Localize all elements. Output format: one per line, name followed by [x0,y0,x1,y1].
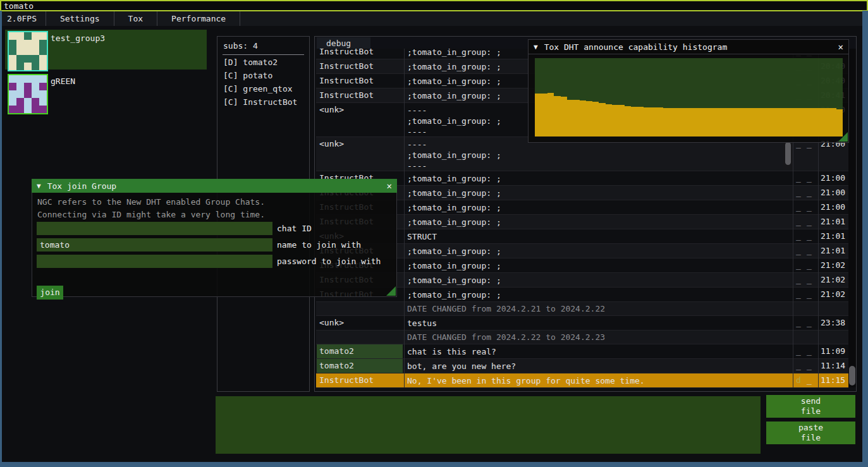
message-text: ;tomato_in_group: ; [407,258,790,272]
avatar-pixel [32,63,39,70]
dht-histogram-body [528,54,849,143]
message-status-flag-2: _ [807,318,812,327]
avatar-pixel [32,75,39,83]
chat-row[interactable]: InstructBotNo, I've been in this group f… [316,373,848,388]
histogram-bar [810,108,817,136]
group-row-test_group3[interactable]: test_group3 [5,30,207,70]
member-item[interactable]: [C] potato [223,71,272,84]
member-item[interactable]: [D] tomato2 [223,58,278,71]
window-titlebar[interactable]: tomato [0,0,868,11]
message-scrollbar-handle[interactable] [785,142,791,165]
member-item[interactable]: [C] InstructBot [223,97,297,111]
join-group-body: NGC refers to the New DHT enabled Group … [32,193,397,297]
message-status-flag-1: _ [796,202,801,212]
histogram-bar [682,108,688,136]
avatar-pixel [24,98,32,106]
histogram-bar [766,108,772,136]
close-icon[interactable]: ✕ [838,42,843,52]
avatar-pixel [9,55,16,63]
avatar-pixel [24,32,32,40]
message-status-flag-2: _ [807,346,812,356]
chat-row[interactable]: DATE CHANGED from 2024.2.21 to 2024.2.22 [316,302,848,316]
join-name-input[interactable] [37,238,272,252]
histogram-bar [612,105,618,136]
avatar-pixel [9,75,16,83]
avatar-pixel [9,90,16,98]
message-text: STRUCT [407,229,790,243]
group-row-gREEN[interactable]: gREEN [5,73,207,112]
window-frame-right [862,11,868,467]
avatar-pixel [39,63,47,70]
group-avatar [8,31,48,71]
window-frame-left [0,11,2,467]
close-icon[interactable]: ✕ [387,181,392,191]
chat-id-input[interactable] [37,222,272,235]
join-password-input[interactable] [37,255,272,268]
collapse-arrow-icon[interactable]: ▼ [534,43,538,51]
histogram-bar [567,100,573,136]
group-name-label: gREEN [51,76,75,86]
histogram-bar [657,107,663,136]
histogram-bar [606,104,612,136]
join-group-titlebar[interactable]: ▼ Tox join Group ✕ [32,179,397,193]
histogram-bar [747,108,753,136]
histogram-bar [644,107,650,136]
chat-row[interactable]: <unk>testus__23:38 [316,316,848,331]
message-status-flag-2: _ [807,275,812,284]
avatar-pixel [16,47,24,55]
avatar-pixel [16,106,24,113]
column-divider[interactable] [404,45,405,387]
histogram-bar [535,94,541,136]
chat-scrollbar-handle[interactable] [849,366,855,385]
dht-histogram-titlebar[interactable]: ▼ Tox DHT announce capability histogram … [528,39,849,54]
menu-item-performance[interactable]: Performance [157,11,240,26]
paste-file-button[interactable]: pastefile [766,422,855,444]
message-status-flag-1: _ [796,231,801,241]
dht-histogram-plot[interactable] [535,58,843,136]
sender-name: InstructBot [317,88,403,102]
message-status-flag-1: d [796,375,801,385]
menu-item-2-0fps[interactable]: 2.0FPS [2,11,46,26]
message-text: ;tomato_in_group: ; [407,200,790,214]
date-changed-label: DATE CHANGED from 2024.2.21 to 2024.2.22 [407,302,790,315]
tab-debug[interactable]: debug [317,37,370,49]
message-timestamp: 21:00 [821,188,845,197]
message-timestamp: 21:02 [821,260,845,270]
member-item[interactable]: [C] green_qtox [223,84,293,97]
group-avatar [8,74,48,114]
avatar-pixel [24,75,32,83]
message-timestamp: 21:00 [821,173,845,183]
message-input[interactable] [216,396,761,454]
sender-name: <unk> [317,316,403,330]
chat-row[interactable]: DATE CHANGED from 2024.2.22 to 2024.2.23 [316,331,848,344]
avatar-pixel [16,55,24,63]
histogram-bar [651,107,657,136]
join-password-label: password to join with [277,257,381,266]
collapse-arrow-icon[interactable]: ▼ [37,182,41,190]
message-status-flag-2: _ [807,260,812,270]
menu-item-tox[interactable]: Tox [114,11,157,26]
send-file-button[interactable]: sendfile [766,395,855,418]
sender-name: <unk> [317,103,403,136]
message-status-flag-1: _ [796,346,801,356]
join-button[interactable]: join [37,286,63,300]
message-timestamp: 21:02 [821,289,845,299]
message-timestamp: 21:01 [821,217,845,226]
message-status-flag-1: _ [796,246,801,255]
resize-grip[interactable] [386,286,396,296]
message-timestamp: 21:00 [821,202,845,212]
avatar-pixel [16,63,24,70]
menu-item-settings[interactable]: Settings [46,11,114,26]
histogram-bar [580,100,586,136]
histogram-bar [669,108,676,136]
chat-scrollbar-track[interactable] [848,45,856,387]
avatar-pixel [39,83,47,90]
avatar-pixel [39,90,47,98]
message-text: testus [407,316,790,330]
histogram-bar [702,108,708,136]
resize-grip[interactable] [838,132,848,142]
chat-row[interactable]: tomato2chat is this real?__11:09 [316,344,848,359]
message-status-flag-2: _ [807,217,812,226]
chat-row[interactable]: tomato2bot, are you new here?__11:14 [316,359,848,373]
message-status-flag-1: _ [796,275,801,284]
